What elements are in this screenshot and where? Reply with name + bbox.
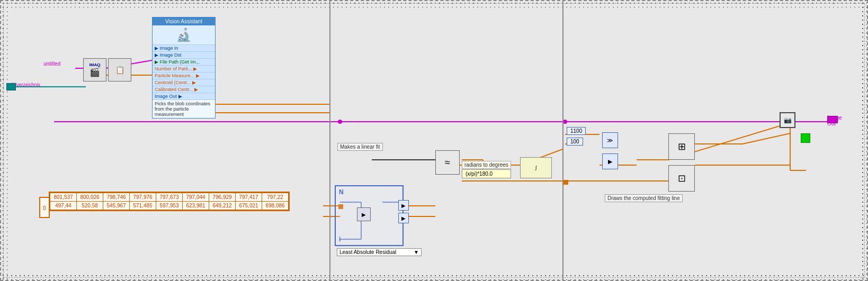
far-right-block-1-icon: 📷 — [784, 116, 792, 124]
loop-n-label: N — [339, 188, 344, 196]
cell-1-6: 649,212 — [209, 202, 236, 210]
far-right-block-1[interactable]: 📷 — [780, 112, 795, 128]
wire-overlay — [1, 1, 867, 280]
svg-rect-43 — [563, 180, 568, 185]
value-100-box[interactable]: 100 — [567, 138, 583, 146]
array-row-1: 801,537 800,026 798,746 797,976 797,673 … — [50, 193, 289, 202]
loop-i-label: i — [339, 235, 341, 243]
cell-0-8: 797,22 — [262, 193, 289, 202]
loop-out-1[interactable]: ▶ — [398, 200, 409, 211]
port-image-dst: ▶ Image Dst — [153, 51, 215, 58]
port-image-in: ▶ Image In — [153, 44, 215, 51]
secondary-block[interactable]: 📋 — [108, 58, 131, 81]
green-indicator — [801, 133, 810, 143]
cell-1-4: 597,953 — [156, 202, 183, 210]
right-block-2[interactable]: ⊡ — [668, 165, 695, 192]
svg-point-41 — [563, 120, 567, 124]
vision-icon: 🔬 — [153, 25, 215, 44]
port-particle-measure: Particle Measure... ▶ — [153, 72, 215, 79]
cell-0-0: 801,537 — [50, 193, 77, 202]
secondary-icon: 📋 — [115, 66, 124, 74]
vision-description: Picks the blob coordinates from the part… — [153, 99, 215, 118]
cell-1-5: 623,981 — [183, 202, 209, 210]
imaq-block[interactable]: IMAQ 🎬 — [83, 58, 106, 81]
value-1100-box[interactable]: 1100 — [567, 127, 586, 135]
operator-block-2[interactable]: ▶ — [602, 153, 618, 169]
port-image-out: Image Out ▶ — [153, 93, 215, 99]
vision-title: Vision Assistant — [153, 17, 215, 25]
image-out-container: Image Out — [827, 115, 838, 123]
radians-formula: (x/pi)*180.0 — [462, 169, 511, 178]
cell-1-0: 497,44 — [50, 202, 77, 210]
port-file-path: ▶ File Path (Get Im... — [153, 58, 215, 65]
image-out-label: Image Out — [827, 115, 842, 126]
imaq-label: IMAQ — [90, 62, 101, 67]
vision-assistant-block[interactable]: Vision Assistant 🔬 ▶ Image In ▶ Image Ds… — [152, 17, 216, 119]
compute-icon: ∫ — [535, 165, 536, 170]
port-num-particles: Number of Parti... ▶ — [153, 65, 215, 72]
right-block-1-icon: ⊞ — [678, 141, 686, 152]
svg-point-40 — [338, 120, 342, 124]
port-calib-centroid: Calibrated Centr... ▶ — [153, 86, 215, 93]
right-block-1[interactable]: ⊞ — [668, 133, 695, 160]
cell-0-1: 800,026 — [77, 193, 103, 202]
cell-0-3: 797,976 — [130, 193, 156, 202]
cell-1-7: 675,021 — [236, 202, 262, 210]
loop-box: N i ▶ — [335, 185, 404, 246]
radians-to-degrees-label: radians to degrees — [462, 161, 511, 169]
cell-0-2: 798,746 — [103, 193, 130, 202]
untitled-label: untitled — [43, 61, 60, 67]
dropdown-arrow-icon: ▼ — [414, 249, 419, 255]
port-centroid: Centroid (Centr... ▶ — [153, 79, 215, 86]
array-index: 0 — [39, 197, 50, 218]
cell-0-4: 797,673 — [156, 193, 183, 202]
dropdown-label: Least Absolute Residual — [339, 249, 396, 255]
loop-inner-node[interactable]: ▶ — [357, 207, 371, 221]
top-border — [1, 1, 867, 7]
array-table: 801,537 800,026 798,746 797,976 797,673 … — [49, 192, 290, 211]
array-row-2: 497,44 520,58 545,967 571,485 597,953 62… — [50, 202, 289, 210]
right-block-2-icon: ⊡ — [678, 173, 686, 184]
svg-line-37 — [742, 133, 790, 144]
linear-fit-block[interactable]: ≈ — [435, 150, 460, 175]
main-canvas: untitled Bildverzeichnis IMAQ 🎬 📋 Vision… — [0, 0, 868, 281]
compute-block[interactable]: ∫ — [520, 157, 552, 178]
loop-out-2[interactable]: ▶ — [398, 213, 409, 223]
cell-0-7: 797,417 — [236, 193, 262, 202]
least-absolute-dropdown[interactable]: Least Absolute Residual ▼ — [337, 248, 422, 256]
cell-0-6: 796,929 — [209, 193, 236, 202]
cell-1-1: 520,58 — [77, 202, 103, 210]
divider-1 — [329, 1, 330, 280]
bottom-border — [1, 274, 867, 280]
cell-1-8: 698,086 — [262, 202, 289, 210]
linear-fit-label: Makes a linear fit — [337, 143, 383, 151]
cell-1-2: 545,967 — [103, 202, 130, 210]
right-border — [861, 1, 867, 280]
cell-1-3: 571,485 — [130, 202, 156, 210]
divider-2 — [562, 1, 563, 280]
imaq-icon: 🎬 — [90, 67, 100, 77]
radians-to-degrees-container: radians to degrees (x/pi)*180.0 — [462, 161, 511, 178]
operator-block-1[interactable]: ≫ — [602, 132, 618, 148]
teal-terminal[interactable] — [6, 83, 16, 90]
draws-fitting-line-label: Draws the computed fitting line — [605, 194, 683, 202]
cell-0-5: 797,044 — [183, 193, 209, 202]
left-border — [1, 1, 7, 280]
